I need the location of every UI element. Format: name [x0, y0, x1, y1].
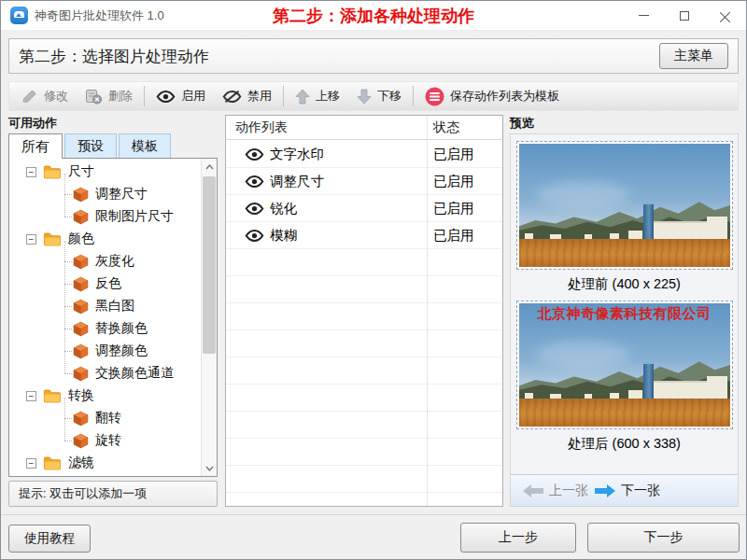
tree-action-旋转[interactable]: 旋转 — [9, 429, 201, 452]
arrow-up-icon — [295, 89, 310, 105]
action-name: 锐化 — [270, 200, 297, 217]
close-button[interactable] — [705, 1, 746, 30]
cube-icon — [73, 254, 89, 270]
folder-icon — [43, 232, 62, 246]
tree-action-灰度化[interactable]: 灰度化 — [9, 250, 201, 273]
page-title: 第二步：选择图片处理动作 — [19, 46, 209, 67]
tree-action-交换颜色通道[interactable]: 交换颜色通道 — [9, 362, 201, 385]
toolbar-separator — [144, 86, 145, 106]
previous-image-label: 上一张 — [549, 483, 588, 499]
step-header: 第二步：选择图片处理动作 主菜单 — [8, 38, 739, 74]
tree-folder-转换[interactable]: −转换 — [9, 385, 201, 407]
cube-icon — [73, 187, 89, 203]
window-title: 神奇图片批处理软件 1.0 — [35, 7, 164, 24]
preview-image-after: 北京神奇像素科技有限公司 — [517, 301, 732, 428]
tree-action-黑白图[interactable]: 黑白图 — [9, 295, 201, 317]
toolbar-button-label: 启用 — [181, 88, 205, 105]
tree-group: −滤镜 — [9, 452, 201, 474]
eye-icon — [245, 229, 264, 243]
maximize-button[interactable] — [664, 1, 705, 30]
tree-scrollbar[interactable] — [201, 159, 217, 476]
minimize-button[interactable] — [623, 1, 664, 30]
tree-action-限制图片尺寸[interactable]: 限制图片尺寸 — [9, 205, 201, 228]
tree-folder-滤镜[interactable]: −滤镜 — [9, 452, 201, 474]
tab-预设[interactable]: 预设 — [64, 133, 117, 158]
scroll-up-icon[interactable] — [202, 159, 217, 175]
eye-off-icon — [222, 90, 242, 104]
collapse-icon[interactable]: − — [26, 391, 36, 401]
action-status: 已启用 — [433, 200, 474, 217]
tree-folder-label: 转换 — [68, 387, 94, 404]
preview-panel: 预览 处理前 (400 x 225) — [510, 115, 739, 507]
move-up-button[interactable]: 上移 — [287, 84, 348, 108]
next-image-button[interactable]: 下一张 — [594, 483, 660, 499]
toolbar-separator — [413, 86, 414, 106]
scrollbar-thumb[interactable] — [203, 176, 216, 354]
column-separator — [427, 116, 428, 139]
app-logo-icon — [10, 7, 28, 24]
folder-icon — [43, 389, 62, 403]
preview-title: 预览 — [510, 115, 739, 132]
tree-folder-尺寸[interactable]: −尺寸 — [9, 161, 201, 183]
save-template-button[interactable]: 保存动作列表为模板 — [416, 84, 568, 108]
arrow-left-icon — [522, 483, 544, 498]
cube-icon — [73, 276, 89, 292]
previous-image-button[interactable]: 上一张 — [522, 483, 588, 499]
eye-icon — [245, 175, 264, 189]
enable-button[interactable]: 启用 — [148, 84, 214, 108]
tree-action-label: 旋转 — [95, 432, 121, 449]
action-name: 模糊 — [270, 227, 297, 245]
tree-action-label: 黑白图 — [95, 298, 134, 315]
eye-icon — [245, 147, 264, 161]
toolbar-button-label: 禁用 — [247, 88, 272, 105]
maximize-icon — [680, 11, 689, 21]
collapse-icon[interactable]: − — [26, 458, 36, 469]
pencil-icon — [21, 89, 38, 104]
tree-action-调整颜色[interactable]: 调整颜色 — [9, 340, 201, 362]
tree-action-反色[interactable]: 反色 — [9, 273, 201, 295]
toolbar-button-label: 上移 — [316, 88, 340, 105]
toolbar-separator — [283, 86, 284, 106]
available-actions-panel: 可用动作 所有预设模板 −尺寸调整尺寸限制图片尺寸−颜色灰度化反色黑白图替换颜色… — [8, 115, 218, 507]
close-icon — [720, 10, 731, 21]
tree-group: −转换翻转旋转 — [9, 385, 201, 452]
main-menu-button[interactable]: 主菜单 — [659, 43, 728, 69]
modify-button[interactable]: 修改 — [13, 84, 77, 108]
tree-action-调整尺寸[interactable]: 调整尺寸 — [9, 183, 201, 205]
action-list-body: 文字水印已启用调整尺寸已启用锐化已启用模糊已启用 — [226, 141, 502, 506]
action-row-调整尺寸[interactable]: 调整尺寸已启用 — [226, 168, 502, 195]
tab-所有[interactable]: 所有 — [8, 133, 63, 159]
tree-action-label: 反色 — [95, 275, 121, 292]
next-step-button[interactable]: 下一步 — [587, 523, 740, 553]
toolbar-button-label: 修改 — [44, 88, 68, 105]
folder-icon — [43, 456, 62, 470]
toolbar-button-label: 删除 — [108, 88, 133, 105]
tree-action-替换颜色[interactable]: 替换颜色 — [9, 317, 201, 340]
move-down-button[interactable]: 下移 — [348, 84, 410, 108]
tab-模板[interactable]: 模板 — [119, 133, 171, 158]
actions-tree: −尺寸调整尺寸限制图片尺寸−颜色灰度化反色黑白图替换颜色调整颜色交换颜色通道−转… — [9, 161, 201, 474]
tree-folder-颜色[interactable]: −颜色 — [9, 228, 201, 250]
tutorial-button[interactable]: 使用教程 — [8, 525, 91, 553]
column-status: 状态 — [433, 119, 459, 136]
action-row-文字水印[interactable]: 文字水印已启用 — [226, 141, 502, 168]
eye-icon — [156, 90, 176, 104]
action-row-锐化[interactable]: 锐化已启用 — [226, 195, 502, 222]
disable-button[interactable]: 禁用 — [214, 84, 280, 108]
tree-action-label: 交换颜色通道 — [95, 365, 174, 382]
delete-button[interactable]: 删除 — [77, 84, 141, 108]
action-name: 文字水印 — [270, 146, 324, 163]
tree-folder-label: 尺寸 — [68, 163, 94, 180]
tree-folder-label: 颜色 — [68, 231, 94, 247]
action-row-模糊[interactable]: 模糊已启用 — [226, 222, 502, 249]
collapse-icon[interactable]: − — [26, 167, 36, 177]
scroll-down-icon[interactable] — [202, 460, 217, 476]
action-status: 已启用 — [433, 146, 474, 163]
tree-action-翻转[interactable]: 翻转 — [9, 407, 201, 429]
tree-hint: 提示: 双击可以添加一项 — [8, 481, 218, 507]
back-step-button[interactable]: 上一步 — [460, 523, 576, 553]
cube-icon — [73, 366, 89, 382]
cube-icon — [73, 299, 89, 315]
collapse-icon[interactable]: − — [26, 234, 36, 245]
cube-icon — [73, 411, 89, 427]
